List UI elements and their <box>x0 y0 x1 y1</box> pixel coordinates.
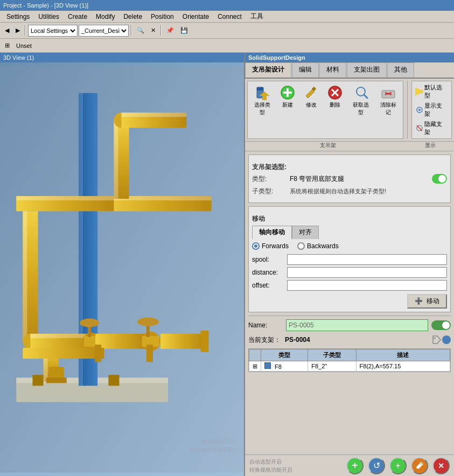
svg-point-57 <box>418 109 421 111</box>
right-panel-title: SolidSupportDesign <box>245 53 454 62</box>
forwards-option[interactable]: Forwards <box>252 242 289 250</box>
3d-view[interactable]: 自动选型开启 转换规格功能开启 <box>0 62 244 476</box>
frame-icon[interactable]: ⊞ <box>2 40 12 52</box>
close-bottom-button[interactable]: ✕ <box>432 457 450 474</box>
tab-drawing[interactable]: 支架出图 <box>347 62 387 78</box>
type-toggle-knob <box>438 175 446 183</box>
svg-point-22 <box>80 319 99 327</box>
backwards-option[interactable]: Backwards <box>297 242 339 250</box>
main-layout: 3D View (1) <box>0 53 454 476</box>
expand-col <box>249 349 261 361</box>
tab-axial[interactable]: 轴向移动 <box>252 226 292 239</box>
ribbon-group-display: 默认选型 显示支架 隐藏支架 <box>411 81 452 139</box>
tab-support-design[interactable]: 支吊架设计 <box>245 62 291 78</box>
save-button[interactable]: 💾 <box>178 24 191 37</box>
row-expand[interactable]: ⊞ <box>249 361 261 372</box>
svg-rect-36 <box>108 375 119 386</box>
current-support-label: 当前支架： <box>248 335 281 345</box>
clear-mark-icon <box>380 84 397 101</box>
menu-connect[interactable]: Connect <box>213 12 246 22</box>
menu-position[interactable]: Position <box>146 12 178 22</box>
select-type-label: 选择类型 <box>252 101 273 116</box>
show-support-label: 显示支架 <box>424 102 448 118</box>
forwards-radio[interactable] <box>252 242 260 250</box>
delete-label: 删除 <box>330 101 340 109</box>
title-text: Project - Sample) - [3D View (1)] <box>3 2 88 9</box>
svg-rect-29 <box>200 331 208 352</box>
tab-other[interactable]: 其他 <box>387 62 414 78</box>
type-row: 类型: F8 弯管用底部支腿 <box>252 174 447 184</box>
type-toggle[interactable] <box>432 174 447 184</box>
svg-line-50 <box>364 95 367 98</box>
offset-input[interactable] <box>287 280 447 291</box>
spool-row: spool: <box>252 254 447 265</box>
name-input[interactable] <box>286 319 428 331</box>
show-icon <box>415 106 424 114</box>
ribbon-tabs: 支吊架设计 编辑 材料 支架出图 其他 <box>245 62 454 79</box>
tab-align[interactable]: 对齐 <box>292 226 319 239</box>
modify-icon <box>303 84 320 101</box>
blue-dot-button[interactable] <box>442 335 451 344</box>
name-toggle[interactable] <box>431 320 451 330</box>
hide-icon <box>415 124 424 132</box>
settings-button[interactable] <box>411 457 428 474</box>
description-cell: F8(2),A=557.15 <box>356 361 450 372</box>
delete-button[interactable]: 删除 <box>324 83 346 137</box>
get-selection-button[interactable]: 获取选型 <box>348 83 373 137</box>
back-button[interactable]: ◀ <box>2 24 12 37</box>
main-toolbar: ◀ ▶ Local Settings _Current_Desi 🔍 ✕ 📌 💾 <box>0 23 454 39</box>
menu-modify[interactable]: Modify <box>92 12 119 22</box>
tab-edit[interactable]: 编辑 <box>292 62 319 78</box>
new-support-button[interactable]: 新建 <box>277 83 298 137</box>
name-toggle-knob <box>442 321 450 329</box>
expand-icon[interactable]: ⊞ <box>253 363 257 369</box>
subtype-row: 子类型: 系统将根据规则自动选择支架子类型! <box>252 187 447 196</box>
menu-settings[interactable]: Settings <box>2 12 34 22</box>
search-button[interactable]: 🔍 <box>134 24 147 37</box>
clear-mark-button[interactable]: 清除标记 <box>375 83 401 137</box>
group-label-support: 支吊架 <box>247 142 409 149</box>
svg-rect-13 <box>16 196 114 200</box>
menu-orientate[interactable]: Orientate <box>178 12 213 22</box>
current-design-dropdown[interactable]: _Current_Desi <box>79 25 129 37</box>
modify-button[interactable]: 修改 <box>301 83 322 137</box>
svg-rect-55 <box>420 89 424 94</box>
subtype-col-header: 子类型 <box>308 349 356 361</box>
svg-point-27 <box>137 318 159 326</box>
ribbon-separator <box>407 81 408 139</box>
distance-input[interactable] <box>287 267 447 278</box>
subtype-cell: F8_2" <box>308 361 356 372</box>
ribbon-group-support: 选择类型 新建 修改 <box>247 81 403 139</box>
forward-button[interactable]: ▶ <box>13 24 23 37</box>
3d-model-svg <box>0 62 244 476</box>
menu-tools[interactable]: 工具 <box>246 11 268 22</box>
add2-button[interactable]: + <box>389 457 407 474</box>
unset-button[interactable]: Unset <box>13 40 34 52</box>
tab-material[interactable]: 材料 <box>319 62 346 78</box>
menu-create[interactable]: Create <box>64 12 92 22</box>
add-button[interactable]: + <box>346 457 364 474</box>
svg-point-60 <box>434 338 436 339</box>
svg-rect-44 <box>283 92 292 94</box>
table-row[interactable]: ⊞ F8 F8_2" F8(2),A=557.15 <box>249 361 450 372</box>
type-col-header: 类型 <box>261 349 308 361</box>
type-value: F8 弯管用底部支腿 <box>290 174 432 184</box>
select-type-button[interactable]: 选择类型 <box>249 83 275 137</box>
tag-icon[interactable] <box>431 334 442 345</box>
menu-utilities[interactable]: Utilities <box>34 12 64 22</box>
select-type-icon <box>254 84 271 101</box>
hide-support-button[interactable]: 隐藏支架 <box>414 120 450 137</box>
pin-button[interactable]: 📌 <box>164 24 177 37</box>
default-select-button[interactable]: 默认选型 <box>414 83 450 100</box>
type-cell: F8 <box>261 361 308 372</box>
spool-input[interactable] <box>287 254 447 265</box>
refresh-button[interactable]: ↺ <box>368 457 385 474</box>
menu-delete[interactable]: Delete <box>119 12 146 22</box>
move-button[interactable]: ➕ 移动 <box>407 294 447 309</box>
new-icon <box>279 84 296 101</box>
close-button[interactable]: ✕ <box>148 24 158 37</box>
toolbar-separator3 <box>160 25 162 36</box>
show-support-button[interactable]: 显示支架 <box>414 101 450 118</box>
local-settings-dropdown[interactable]: Local Settings <box>28 25 78 37</box>
backwards-radio[interactable] <box>297 242 305 250</box>
